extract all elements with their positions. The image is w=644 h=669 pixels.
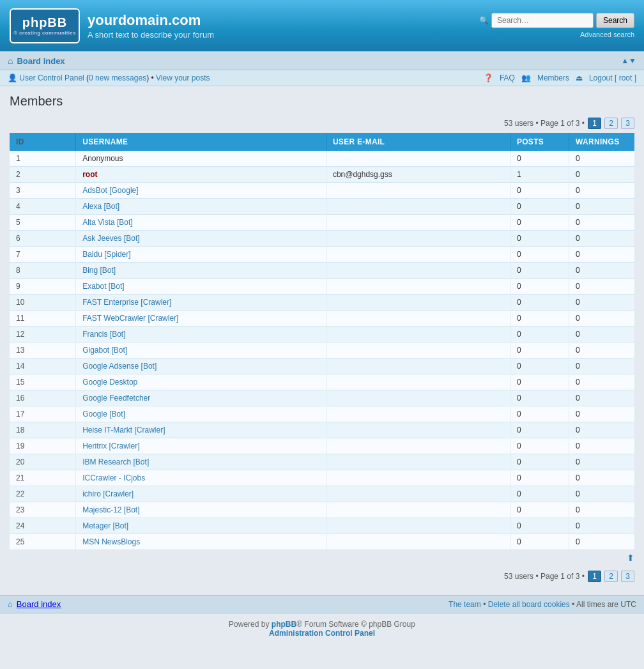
col-header-warnings: WARNINGS	[569, 133, 634, 151]
username-link[interactable]: Heritrix [Crawler]	[82, 442, 139, 450]
cell-username: Baidu [Spider]	[76, 247, 326, 263]
page-link-bottom-3[interactable]: 3	[621, 571, 634, 582]
cell-email	[326, 470, 510, 486]
cell-username: Heise IT-Markt [Crawler]	[76, 422, 326, 438]
table-row: 12Francis [Bot]00	[10, 327, 634, 342]
username-link[interactable]: AdsBot [Google]	[82, 186, 138, 195]
page-link-bottom-1[interactable]: 1	[588, 571, 601, 582]
members-link[interactable]: Members	[537, 73, 569, 82]
ucp-icon: 👤	[8, 73, 17, 82]
cell-posts: 0	[510, 454, 569, 470]
cell-id: 11	[10, 311, 76, 327]
username-link[interactable]: Ask Jeeves [Bot]	[82, 234, 139, 243]
view-posts-link[interactable]: View your posts	[156, 73, 210, 82]
ucp-link[interactable]: User Control Panel	[19, 73, 84, 82]
username-link[interactable]: Bing [Bot]	[82, 266, 116, 275]
collapse-button[interactable]: ▲▼	[621, 56, 636, 65]
username-link[interactable]: FAST WebCrawler [Crawler]	[82, 314, 178, 323]
username-link[interactable]: Metager [Bot]	[82, 521, 128, 530]
search-button[interactable]: Search	[596, 13, 634, 28]
site-header: phpBB ® creating communities yourdomain.…	[0, 0, 644, 51]
username-link[interactable]: ICCrawler - ICjobs	[82, 473, 145, 482]
cell-posts: 0	[510, 358, 569, 374]
team-link[interactable]: The team	[448, 600, 481, 609]
cell-email	[326, 183, 510, 199]
col-header-posts: POSTS	[510, 133, 569, 151]
delete-cookies-link[interactable]: Delete all board cookies	[488, 600, 570, 609]
cell-warnings: 0	[569, 486, 634, 502]
cell-email	[326, 358, 510, 374]
cell-username: Google Feedfetcher	[76, 390, 326, 406]
cell-posts: 0	[510, 390, 569, 406]
admin-panel-link[interactable]: Administration Control Panel	[269, 629, 375, 638]
username-link[interactable]: Google Feedfetcher	[82, 394, 150, 403]
page-link-3[interactable]: 3	[621, 118, 634, 129]
username-link[interactable]: Alexa [Bot]	[82, 202, 119, 211]
username-link[interactable]: MSN NewsBlogs	[82, 537, 140, 546]
cell-username: Google Desktop	[76, 374, 326, 390]
cell-email	[326, 518, 510, 534]
board-index-bottom-link[interactable]: Board index	[17, 599, 61, 609]
scroll-top-icon[interactable]: ⬆	[627, 553, 634, 563]
top-pagination: 53 users • Page 1 of 3 • 1 2 3	[10, 118, 634, 129]
cell-posts: 0	[510, 311, 569, 327]
cell-id: 10	[10, 295, 76, 311]
phpbb-link[interactable]: phpBB	[272, 620, 296, 629]
cell-email	[326, 342, 510, 358]
username-link[interactable]: Baidu [Spider]	[82, 250, 130, 259]
cell-warnings: 0	[569, 151, 634, 167]
username-link[interactable]: Majestic-12 [Bot]	[82, 505, 139, 514]
cell-posts: 0	[510, 422, 569, 438]
username-link[interactable]: Gigabot [Bot]	[82, 346, 127, 355]
page-link-bottom-2[interactable]: 2	[604, 571, 618, 582]
cell-id: 20	[10, 454, 76, 470]
faq-link[interactable]: FAQ	[500, 73, 515, 82]
table-row: 16Google Feedfetcher00	[10, 390, 634, 406]
username-link[interactable]: Google [Bot]	[82, 410, 125, 419]
board-index-breadcrumb[interactable]: Board index	[17, 56, 65, 66]
cell-username: Ask Jeeves [Bot]	[76, 231, 326, 247]
cell-id: 5	[10, 215, 76, 231]
cell-id: 6	[10, 231, 76, 247]
cell-warnings: 0	[569, 406, 634, 422]
cell-username: Gigabot [Bot]	[76, 342, 326, 358]
cell-email	[326, 215, 510, 231]
cell-email	[326, 279, 510, 295]
page-link-2[interactable]: 2	[604, 118, 618, 129]
table-row: 5Alta Vista [Bot]00	[10, 215, 634, 231]
table-row: 8Bing [Bot]00	[10, 263, 634, 279]
members-tbody: 1Anonymous002rootcbn@dghdsg.gss103AdsBot…	[10, 151, 634, 550]
cell-warnings: 0	[569, 422, 634, 438]
cell-posts: 0	[510, 151, 569, 167]
username-link[interactable]: Exabot [Bot]	[82, 282, 124, 291]
cell-posts: 1	[510, 167, 569, 183]
cell-posts: 0	[510, 342, 569, 358]
cell-warnings: 0	[569, 470, 634, 486]
separator2: •	[572, 600, 576, 609]
search-input[interactable]	[491, 13, 594, 28]
username-link[interactable]: ichiro [Crawler]	[82, 489, 134, 498]
users-summary-bottom: 53 users • Page 1 of 3 •	[504, 572, 585, 581]
scroll-indicator: ⬆	[10, 550, 634, 565]
username-link[interactable]: Francis [Bot]	[82, 330, 125, 339]
cell-warnings: 0	[569, 390, 634, 406]
username-link[interactable]: IBM Research [Bot]	[82, 458, 149, 466]
username-link[interactable]: Google Desktop	[82, 378, 137, 387]
cell-id: 9	[10, 279, 76, 295]
username-link[interactable]: Alta Vista [Bot]	[82, 218, 133, 227]
username-link[interactable]: Heise IT-Markt [Crawler]	[82, 426, 165, 434]
bottom-bar-right: The team • Delete all board cookies • Al…	[448, 600, 636, 609]
logout-link[interactable]: Logout [ root ]	[589, 73, 636, 82]
new-messages-link[interactable]: 0 new messages	[89, 73, 146, 82]
cell-id: 15	[10, 374, 76, 390]
advanced-search-link[interactable]: Advanced search	[580, 31, 634, 38]
table-row: 25MSN NewsBlogs00	[10, 534, 634, 550]
username-link[interactable]: FAST Enterprise [Crawler]	[82, 298, 171, 307]
cell-username: Alta Vista [Bot]	[76, 215, 326, 231]
table-row: 23Majestic-12 [Bot]00	[10, 502, 634, 518]
table-row: 20IBM Research [Bot]00	[10, 454, 634, 470]
site-title-area: yourdomain.com A short text to describe …	[88, 12, 214, 40]
page-link-1[interactable]: 1	[588, 118, 601, 129]
table-row: 9Exabot [Bot]00	[10, 279, 634, 295]
username-link[interactable]: Google Adsense [Bot]	[82, 362, 157, 371]
